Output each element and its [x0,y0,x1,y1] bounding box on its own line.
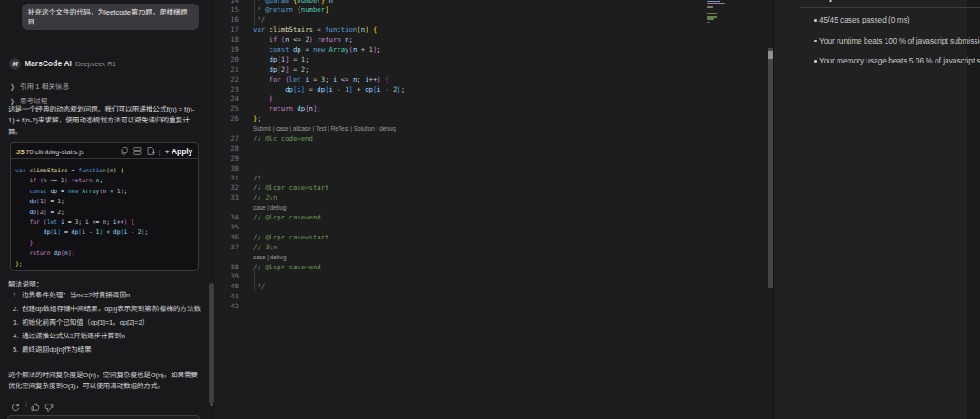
code-token: number [297,0,320,5]
editor-line: 39 [215,272,773,282]
line-number: 22 [215,75,239,85]
editor-line: 35 [215,223,773,233]
minimap-line-mark [707,5,715,5]
code-token: for [29,219,40,226]
chat-scrollbar[interactable] [209,283,214,404]
code-token: ; [19,260,23,268]
code-token: ; [377,45,380,54]
code-token: <= [289,35,306,44]
line-number: 18 [215,35,239,45]
code-line: // @lcpr case=start [253,233,328,243]
code-token: ; [349,35,353,44]
indent-guide [270,85,270,95]
line-number: 30 [215,164,239,174]
apply-button[interactable]: Apply [172,147,192,156]
code-line: */ [253,15,265,25]
code-token: = [68,167,79,174]
minimap-line-mark [707,22,710,23]
editor-line: 36// @lcpr case=start [215,233,773,243]
code-line: // @lcpr case=end [253,263,321,273]
line-number: 35 [215,223,239,233]
ai-chat-panel: 补充这个文件的代码，为leetcode第70题，爬楼梯题目 M MarsCode… [0,0,215,419]
code-token: ; [72,249,75,257]
user-message-bubble: 补充这个文件的代码，为leetcode第70题，爬楼梯题目 [22,4,199,30]
codelens-label[interactable]: Submit | case | allcase | Test | ReTest … [253,124,396,134]
header-separator: | [159,148,161,156]
chat-code-block: JS 70.climbing-stairs.js | ✦ Apply var c… [10,142,199,271]
chat-code-lines: var climbStairs = function(n) { if (n <=… [15,166,148,269]
code-token: = [47,209,58,216]
code-token: ; [61,198,64,205]
code-line: var climbStairs = function(n) { [253,25,377,35]
code-token: - [127,229,138,236]
editor-line: 31/* [215,174,773,184]
thumbs-down-icon[interactable] [44,399,54,415]
code-editor[interactable]: 14 * @param {number} n15 * @return {numb… [215,0,773,419]
actions-separator: | [25,399,27,407]
line-number: 17 [215,25,239,35]
code-token: = [61,229,72,236]
codelens-actions[interactable]: case | debug [215,203,773,213]
line-number: 41 [215,292,239,302]
line-number: 40 [215,282,239,292]
reference-toggle[interactable]: ❯引用 1 相关信息 [10,76,69,85]
solution-steps-list: 1.边界条件处理：当n<=2时直接返回n2.创建dp数组存储中间结果，dp[i]… [13,290,201,358]
codelens-actions[interactable]: case | debug [215,253,773,263]
insert-at-cursor-icon[interactable] [133,147,141,155]
editor-scrollbar[interactable] [767,0,773,419]
code-token [253,75,270,83]
chat-input[interactable] [7,415,200,419]
line-number: 37 [215,243,239,253]
code-line: return dp[n]; [253,104,321,114]
code-token: = [289,55,301,63]
code-token [15,249,29,257]
code-token: - [381,85,393,93]
line-number: 20 [215,55,239,65]
codelens-label[interactable]: case | debug [253,253,286,263]
code-line: const dp = new Array(n + 1); [253,45,381,55]
codelens-actions[interactable]: Submit | case | allcase | Test | ReTest … [215,124,773,134]
result-divider [801,7,980,8]
code-token [15,209,29,216]
code-token: // @lcpr case=start [253,233,328,241]
minimap[interactable] [707,0,767,36]
thinking-toggle[interactable]: ❯思考过程 [10,91,47,100]
editor-scrollbar-thumb[interactable] [768,48,773,288]
code-token: } [325,5,328,14]
step-text: 通过递推公式从3开始逐步计算到n [22,331,201,342]
regenerate-icon[interactable] [11,399,20,415]
scroll-down-arrow-icon[interactable] [210,404,213,407]
editor-line: 30 [215,164,773,174]
explanation-title: 解法说明： [8,278,43,288]
line-number: 42 [215,302,239,312]
line-number: 23 [215,85,239,95]
editor-line: 26}; [215,114,773,124]
editor-line: 41 [215,292,773,302]
code-token: + [357,45,368,54]
solution-step: 3.初始化前两个已知值（dp[1]=1，dp[2]=2） [13,317,201,328]
code-line: */ [253,282,265,292]
code-block-header: JS 70.climbing-stairs.js | ✦ Apply [11,143,198,159]
code-token: } [29,239,33,247]
overview-ruler-marker [768,51,773,59]
editor-line: 21 dp[2] = 2; [215,65,773,75]
thumbs-up-icon[interactable] [31,399,40,415]
code-token: // @lc code=end [253,134,313,142]
copy-icon[interactable] [121,147,128,155]
code-token: climbStairs [270,25,313,34]
code-token: number [301,5,325,14]
complexity-paragraph: 这个解法的时间复杂度是O(n)，空间复杂度也是O(n)。如果需要优化空间复杂度到… [8,370,198,393]
code-token: ; [61,209,64,216]
code-token: climbStairs [29,167,67,174]
code-token: ; [401,85,405,93]
code-token [15,219,29,226]
codelens-label[interactable]: case | debug [253,203,286,213]
minimap-line-mark [707,16,717,17]
code-filename: 70.climbing-stairs.js [26,148,84,156]
result-stat-item: Your memory usage beats 5.06 % of javasc… [801,51,980,72]
result-stat-item: Your runtime beats 100 % of javascript s… [801,31,980,52]
solution-step: 5.最终返回dp[n]作为结果 [13,345,201,356]
editor-line: 16 */ [215,15,773,25]
new-file-icon[interactable] [147,147,154,155]
editor-line: 22 for (let i = 3; i <= n; i++) { [215,75,773,85]
